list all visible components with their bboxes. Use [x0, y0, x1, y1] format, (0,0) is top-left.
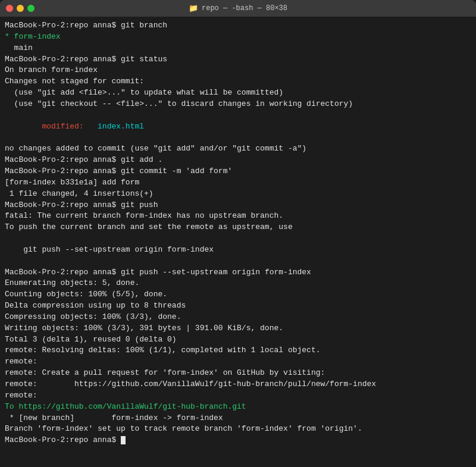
title-label: repo — -bash — 80×38 — [202, 4, 287, 12]
terminal-line: Compressing objects: 100% (3/3), done. — [5, 312, 471, 323]
window-title: 📁 repo — -bash — 80×38 — [189, 4, 287, 13]
maximize-button[interactable] — [27, 5, 35, 12]
terminal-line: MacBook-Pro-2:repo anna$ git branch — [5, 20, 471, 32]
terminal-line — [5, 132, 471, 143]
active-branch: * form-index — [5, 32, 61, 41]
command-text: git push --set-upstream origin form-inde… — [121, 268, 311, 277]
terminal-line: git push --set-upstream origin form-inde… — [5, 245, 471, 256]
terminal-line: MacBook-Pro-2:repo anna$ git commit -m '… — [5, 166, 471, 177]
terminal-line: To push the current branch and set the r… — [5, 222, 471, 233]
terminal-line: remote: Create a pull request for 'form-… — [5, 368, 471, 379]
terminal-line: [form-index b331e1a] add form — [5, 177, 471, 189]
terminal-line: Changes not staged for commit: — [5, 76, 471, 87]
terminal-line: (use "git checkout -- <file>..." to disc… — [5, 99, 471, 110]
terminal-line: * form-index — [5, 32, 471, 43]
command-text: git branch — [121, 21, 167, 30]
command-text: git commit -m 'add form' — [121, 167, 232, 175]
terminal-line: no changes added to commit (use "git add… — [5, 143, 471, 155]
terminal-line: remote: https://github.com/VanillaWulf/g… — [5, 379, 471, 390]
terminal-line: MacBook-Pro-2:repo anna$ git status — [5, 54, 471, 65]
prompt-text: MacBook-Pro-2:repo anna$ — [5, 200, 121, 209]
modified-file: index.html — [98, 122, 144, 131]
command-text: git status — [121, 55, 167, 64]
prompt-text: MacBook-Pro-2:repo anna$ — [5, 435, 121, 444]
prompt-text: MacBook-Pro-2:repo anna$ — [5, 167, 121, 175]
terminal-line: Writing objects: 100% (3/3), 391 bytes |… — [5, 323, 471, 334]
folder-icon: 📁 — [189, 4, 198, 13]
terminal-content[interactable]: MacBook-Pro-2:repo anna$ git branch* for… — [0, 17, 476, 467]
modified-label: modified: — [5, 122, 98, 131]
close-button[interactable] — [6, 5, 13, 12]
terminal-line: MacBook-Pro-2:repo anna$ git push --set-… — [5, 267, 471, 278]
terminal-line: MacBook-Pro-2:repo anna$ git push — [5, 200, 471, 211]
terminal-window: 📁 repo — -bash — 80×38 MacBook-Pro-2:rep… — [0, 0, 476, 467]
titlebar: 📁 repo — -bash — 80×38 — [0, 0, 476, 17]
terminal-line — [5, 233, 471, 245]
command-text: git push — [121, 200, 158, 209]
terminal-line: Branch 'form-index' set up to track remo… — [5, 424, 471, 435]
terminal-line: Enumerating objects: 5, done. — [5, 278, 471, 289]
prompt-text: MacBook-Pro-2:repo anna$ — [5, 155, 121, 164]
minimize-button[interactable] — [17, 5, 24, 12]
command-text: git add . — [121, 155, 162, 164]
terminal-line: MacBook-Pro-2:repo anna$ git add . — [5, 155, 471, 166]
terminal-line: On branch form-index — [5, 65, 471, 76]
terminal-line: (use "git add <file>..." to update what … — [5, 87, 471, 99]
terminal-line: fatal: The current branch form-index has… — [5, 211, 471, 222]
terminal-line: Delta compression using up to 8 threads — [5, 300, 471, 312]
terminal-line: remote: — [5, 356, 471, 368]
prompt-text: MacBook-Pro-2:repo anna$ — [5, 21, 121, 30]
terminal-line: MacBook-Pro-2:repo anna$ — [5, 435, 471, 446]
terminal-line: main — [5, 43, 471, 54]
prompt-text: MacBook-Pro-2:repo anna$ — [5, 268, 121, 277]
terminal-line: To https://github.com/VanillaWulf/git-hu… — [5, 402, 471, 413]
terminal-line: modified: index.html — [5, 121, 471, 133]
terminal-line: remote: Resolving deltas: 100% (1/1), co… — [5, 345, 471, 356]
traffic-lights — [6, 5, 35, 12]
terminal-line: Total 3 (delta 1), reused 0 (delta 0) — [5, 334, 471, 346]
terminal-line: remote: — [5, 390, 471, 402]
terminal-line — [5, 256, 471, 267]
terminal-line: 1 file changed, 4 insertions(+) — [5, 189, 471, 200]
terminal-line: Counting objects: 100% (5/5), done. — [5, 289, 471, 300]
url-text: To https://github.com/VanillaWulf/git-hu… — [5, 402, 246, 411]
terminal-line: * [new branch] form-index -> form-index — [5, 413, 471, 424]
cursor — [121, 436, 126, 444]
terminal-line — [5, 110, 471, 121]
prompt-text: MacBook-Pro-2:repo anna$ — [5, 55, 121, 64]
